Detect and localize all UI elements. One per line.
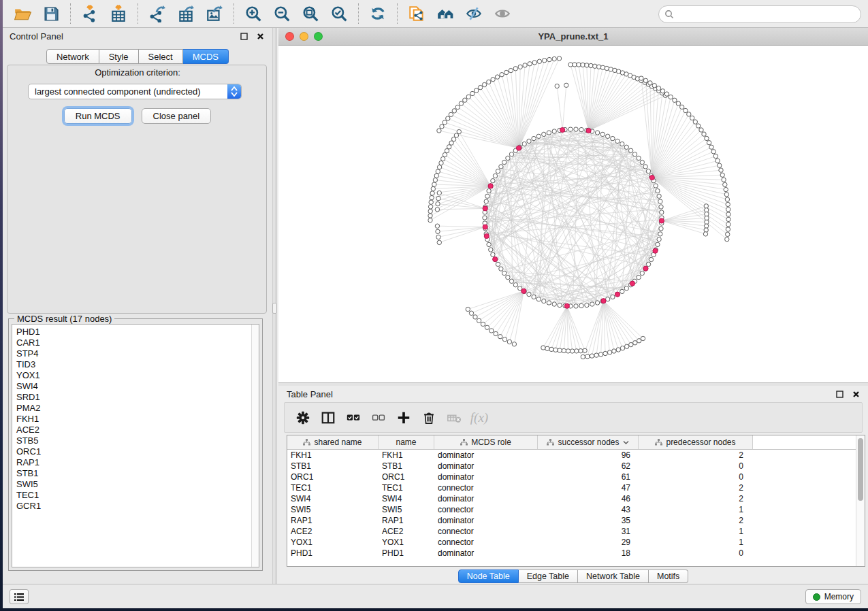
- mcds-result-item[interactable]: FKH1: [12, 414, 259, 425]
- close-panel-icon[interactable]: [255, 31, 266, 41]
- eye-disabled-button[interactable]: [491, 3, 514, 24]
- save-session-icon: [42, 5, 60, 22]
- column-label: MCDS role: [471, 437, 511, 447]
- float-panel-icon[interactable]: [238, 31, 249, 41]
- select-all-button[interactable]: [343, 408, 364, 428]
- search-input[interactable]: [674, 7, 861, 21]
- table-row[interactable]: FKH1FKH1dominator962: [287, 450, 856, 461]
- list-icon: [14, 593, 25, 601]
- float-table-panel-icon[interactable]: [834, 389, 845, 399]
- network-window-titlebar[interactable]: YPA_prune.txt_1: [278, 28, 868, 46]
- gear-button[interactable]: [293, 408, 313, 428]
- control-panel: Control Panel NetworkStyleSelectMCDS Opt…: [3, 28, 272, 584]
- deselect-all-button[interactable]: [368, 408, 389, 428]
- table-panel-tabs: Node TableEdge TableNetwork TableMotifs: [278, 569, 868, 583]
- delete-column-button[interactable]: [419, 408, 439, 428]
- refresh-button[interactable]: [366, 3, 389, 24]
- zoom-in-button[interactable]: [242, 3, 265, 24]
- table-cell: FKH1: [379, 450, 434, 460]
- mcds-result-item[interactable]: CAR1: [12, 337, 259, 348]
- tab-node-table[interactable]: Node Table: [458, 569, 519, 583]
- save-session-button[interactable]: [39, 3, 63, 24]
- table-row[interactable]: YOX1YOX1connector291: [287, 537, 856, 548]
- mcds-result-item[interactable]: STB1: [12, 468, 259, 479]
- export-table-button[interactable]: [174, 3, 197, 24]
- close-panel-button[interactable]: Close panel: [142, 108, 212, 124]
- optimization-criterion-select[interactable]: largest connected component (undirected): [28, 84, 242, 99]
- tab-network-table[interactable]: Network Table: [578, 569, 649, 583]
- zoom-selected-button[interactable]: [327, 3, 351, 24]
- export-image-button[interactable]: [203, 3, 226, 24]
- mcds-result-item[interactable]: RAP1: [12, 457, 259, 468]
- tab-edge-table[interactable]: Edge Table: [519, 569, 578, 583]
- search-field[interactable]: [658, 5, 861, 23]
- column-label: shared name: [314, 437, 361, 447]
- delete-table-button: [444, 408, 464, 428]
- toolbar-separator: [358, 3, 359, 24]
- hide-panel-icon: [465, 5, 483, 22]
- tab-mcds[interactable]: MCDS: [183, 49, 229, 64]
- table-cell: 0: [639, 461, 753, 471]
- table-panel: Table Panel f(x) shared namenameMCDS rol…: [278, 386, 868, 584]
- table-panel-title: Table Panel: [287, 389, 333, 399]
- mcds-result-item[interactable]: YOX1: [12, 370, 259, 381]
- result-list-scrollbar[interactable]: [251, 325, 259, 567]
- mcds-result-item[interactable]: STB5: [12, 435, 259, 446]
- mcds-result-item[interactable]: GCR1: [12, 501, 259, 512]
- mcds-result-item[interactable]: STP4: [12, 348, 259, 359]
- table-row[interactable]: STB1STB1dominator620: [287, 461, 856, 472]
- hide-panel-button[interactable]: [462, 3, 485, 24]
- toolbar-separator: [397, 3, 398, 24]
- add-column-button[interactable]: [393, 408, 414, 428]
- table-cell: connector: [434, 538, 538, 547]
- mcds-result-item[interactable]: PHD1: [12, 327, 259, 337]
- table-header-row: shared namenameMCDS rolesuccessor nodesp…: [287, 435, 856, 450]
- mcds-result-item[interactable]: PMA2: [12, 403, 259, 414]
- home-pair-button[interactable]: [434, 3, 457, 24]
- zoom-fit-button[interactable]: [299, 3, 322, 24]
- import-network-button[interactable]: [78, 3, 101, 24]
- mcds-result-list[interactable]: PHD1CAR1STP4TID3YOX1SWI4SRD1PMA2FKH1ACE2…: [12, 324, 259, 567]
- column-header-successor-nodes[interactable]: successor nodes: [538, 435, 639, 449]
- mcds-result-item[interactable]: SWI5: [12, 479, 259, 490]
- memory-label: Memory: [824, 592, 854, 601]
- mcds-result-item[interactable]: SRD1: [12, 392, 259, 403]
- table-row[interactable]: ACE2ACE2connector311: [287, 526, 856, 537]
- table-row[interactable]: SWI4SWI4dominator462: [287, 493, 856, 504]
- export-network-button[interactable]: [146, 3, 169, 24]
- task-history-button[interactable]: [10, 589, 29, 604]
- tab-network[interactable]: Network: [46, 49, 99, 64]
- run-mcds-button[interactable]: Run MCDS: [64, 108, 132, 124]
- column-header-name[interactable]: name: [379, 435, 434, 449]
- table-cell: dominator: [434, 548, 538, 558]
- mcds-result-title: MCDS result (17 nodes): [14, 314, 114, 324]
- table-row[interactable]: TEC1TEC1connector472: [287, 482, 856, 493]
- duplicate-network-button[interactable]: [405, 3, 428, 24]
- table-row[interactable]: ORC1ORC1dominator610: [287, 472, 856, 482]
- open-file-button[interactable]: [11, 3, 34, 24]
- column-header-predecessor-nodes[interactable]: predecessor nodes: [639, 435, 753, 449]
- column-header-shared-name[interactable]: shared name: [287, 435, 379, 449]
- import-table-button[interactable]: [107, 3, 130, 24]
- zoom-out-button[interactable]: [270, 3, 293, 24]
- mcds-result-item[interactable]: ACE2: [12, 425, 259, 435]
- column-header-MCDS-role[interactable]: MCDS role: [434, 435, 538, 449]
- table-row[interactable]: RAP1RAP1dominator352: [287, 515, 856, 526]
- tab-select[interactable]: Select: [139, 49, 183, 64]
- table-scrollbar-thumb[interactable]: [858, 438, 863, 501]
- memory-button[interactable]: Memory: [805, 589, 861, 604]
- table-row[interactable]: PHD1PHD1dominator180: [287, 548, 856, 559]
- mcds-result-item[interactable]: TID3: [12, 359, 259, 370]
- tab-motifs[interactable]: Motifs: [649, 569, 688, 583]
- table-cell: FKH1: [287, 450, 379, 460]
- mcds-result-item[interactable]: SWI4: [12, 381, 259, 392]
- split-panes-button[interactable]: [318, 408, 338, 428]
- tab-style[interactable]: Style: [99, 49, 139, 64]
- table-row[interactable]: SWI5SWI5connector431: [287, 504, 856, 515]
- network-canvas[interactable]: [278, 46, 868, 382]
- mcds-result-item[interactable]: TEC1: [12, 490, 259, 501]
- table-scrollbar[interactable]: [856, 435, 865, 566]
- table-cell: RAP1: [379, 516, 434, 525]
- mcds-result-item[interactable]: ORC1: [12, 446, 259, 457]
- close-table-panel-icon[interactable]: [850, 389, 861, 399]
